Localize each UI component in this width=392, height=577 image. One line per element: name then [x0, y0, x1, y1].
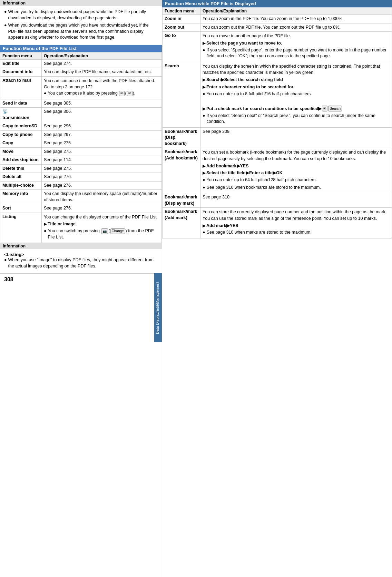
- menu-doc-info: Document info: [0, 68, 42, 77]
- search-content: You can display the screen in which the …: [203, 63, 390, 125]
- menu-zoom-out: Zoom out: [163, 23, 200, 32]
- table-row: Memory info You can display the used mem…: [0, 190, 162, 204]
- compose-icon: ✉: [127, 91, 133, 96]
- attach-bullet-text: You can compose it also by pressing ✉(✉)…: [48, 90, 136, 97]
- table-row: Add desktop icon See page 114.: [0, 156, 162, 165]
- attach-mail-content: You can compose i-mode mail with the PDF…: [44, 78, 159, 97]
- col-header-menu-2: Function menu: [163, 8, 200, 15]
- attach-line1: You can compose i-mode mail with the PDF…: [44, 78, 159, 84]
- listing-line1: You can change the displayed contents of…: [44, 214, 159, 221]
- search-button[interactable]: Search: [328, 106, 342, 111]
- table-row: Copy to phone See page 297.: [0, 130, 162, 139]
- search-bullet1-text: You can enter up to 8 full-pitch/16 half…: [207, 91, 312, 97]
- desc-doc-info: You can display the PDF file name, saved…: [42, 68, 162, 77]
- menu-delete-all: Delete all: [0, 173, 42, 182]
- table-row: Bookmark/mark(Disp.bookmark) See page 30…: [163, 127, 392, 148]
- bullet-icon: ●: [203, 229, 205, 236]
- table-row: Delete this See page 275.: [0, 164, 162, 173]
- goto-content: You can move to another page of the PDF …: [203, 33, 390, 59]
- menu-bm-add: Bookmark/mark(Add bookmark): [163, 148, 200, 193]
- search-bullet2-text: If you select "Search next" or "Search p…: [207, 113, 390, 125]
- menu-copy-microsd: Copy to microSD: [0, 122, 42, 131]
- page-number: 308: [0, 273, 154, 285]
- info-text-2: When you download the pages which you ha…: [8, 22, 158, 41]
- desc-copy-microsd: See page 296.: [42, 122, 162, 131]
- menu-bm-add-mark: Bookmark/mark(Add mark): [163, 208, 200, 238]
- col-header-op-2: Operation/Explanation: [200, 8, 392, 15]
- bm-add-line1: You can set a bookmark (i-mode bookmark)…: [203, 149, 390, 162]
- bullet-icon: ●: [203, 177, 205, 183]
- menu-edit-title: Edit title: [0, 59, 42, 68]
- menu-transmission: 📡transmission: [0, 108, 42, 122]
- menu-multiple-choice: Multiple-choice: [0, 181, 42, 190]
- bm-addmark-content: You can store the currently displayed pa…: [203, 209, 390, 236]
- bullet-icon: ●: [44, 228, 47, 234]
- arrow-icon: ▶: [203, 106, 206, 112]
- bm-add-bullet2: ● See page 310 when bookmarks are stored…: [203, 185, 390, 191]
- arrow-icon: ▶: [203, 40, 206, 46]
- desc-delete-all: See page 276.: [42, 173, 162, 182]
- bullet-icon: ●: [203, 91, 205, 97]
- table-row: Go to You can move to another page of th…: [163, 32, 392, 62]
- info-label-2: Information: [0, 243, 162, 249]
- table-row: Zoom out You can zoom out the PDF file. …: [163, 23, 392, 32]
- goto-arrow: ▶ Select the page you want to move to.: [203, 40, 390, 47]
- desc-sort: See page 276.: [42, 204, 162, 213]
- desc-zoom-out: You can zoom out the PDF file. You can z…: [200, 23, 392, 32]
- menu-bm-display-mark: Bookmark/mark(Display mark): [163, 193, 200, 208]
- arrow-icon: ▶: [203, 163, 206, 169]
- desc-listing: You can change the displayed contents of…: [42, 213, 162, 243]
- search-arrow3-text: Put a check mark for search conditions t…: [206, 106, 322, 112]
- pdf-display-table: Function menu Operation/Explanation Zoom…: [162, 7, 392, 238]
- camera-icon: 📷: [101, 228, 108, 234]
- table-row: Delete all See page 276.: [0, 173, 162, 182]
- listing-arrow-text: Title or Image: [48, 221, 76, 227]
- bm-addmark-line1: You can store the currently displayed pa…: [203, 209, 390, 222]
- goto-arrow-text: Select the page you want to move to.: [206, 40, 282, 47]
- search-bullet1: ● You can enter up to 8 full-pitch/16 ha…: [203, 91, 390, 97]
- search-line1: You can display the screen in which the …: [203, 63, 390, 76]
- desc-zoom-in: You can zoom in the PDF file. You can zo…: [200, 15, 392, 23]
- info-text-1: When you try to display undownloaded pag…: [8, 9, 158, 21]
- desc-transmission: See page 306.: [42, 108, 162, 122]
- bottom-content: 308: [0, 273, 154, 342]
- menu-search: Search: [163, 62, 200, 127]
- table-row: Copy See page 275.: [0, 139, 162, 148]
- menu-bm-disp: Bookmark/mark(Disp.bookmark): [163, 127, 200, 148]
- desc-go-to: You can move to another page of the PDF …: [200, 32, 392, 62]
- desc-edit-title: See page 274.: [42, 59, 162, 68]
- arrow-icon: ▶: [203, 170, 206, 176]
- attach-line2: Go to step 2 on page 172.: [44, 84, 159, 90]
- info-box-2: Information <Listing> ● When you use "Im…: [0, 243, 162, 273]
- search-arrow2-text: Enter a character string to be searched …: [206, 84, 294, 90]
- menu-sort: Sort: [0, 204, 42, 213]
- table-row: Move See page 275.: [0, 147, 162, 156]
- table-row: Document info You can display the PDF fi…: [0, 68, 162, 77]
- bullet-icon: ●: [4, 257, 7, 263]
- change-btn: Change: [110, 228, 125, 234]
- listing-header: <Listing>: [4, 252, 158, 257]
- table-row: Multiple-choice See page 276.: [0, 181, 162, 190]
- table-row: Bookmark/mark(Display mark) See page 310…: [163, 193, 392, 208]
- bottom-area: 308 Data Display/Edit/Management: [0, 273, 162, 342]
- info-label-1: Information: [0, 0, 162, 6]
- bm-addmark-arrow1: ▶ Add mark▶YES: [203, 223, 390, 229]
- arrow-icon: ▶: [203, 84, 206, 90]
- sidebar-label: Data Display/Edit/Management: [154, 273, 162, 342]
- bullet-icon: ●: [203, 113, 205, 119]
- table-row: 📡transmission See page 306.: [0, 108, 162, 122]
- bm-addmark-bullet: ● See page 310 when marks are stored to …: [203, 229, 390, 236]
- desc-move: See page 275.: [42, 147, 162, 156]
- bm-add-bullet1: ● You can enter up to 64 full-pitch/128 …: [203, 177, 390, 183]
- desc-memory-info: You can display the used memory space (e…: [42, 190, 162, 204]
- bullet-icon-1: ●: [4, 9, 7, 15]
- menu-move: Move: [0, 147, 42, 156]
- desc-bm-disp: See page 309.: [200, 127, 392, 148]
- menu-copy: Copy: [0, 139, 42, 148]
- listing-arrow: ▶ Title or Image: [44, 221, 159, 227]
- bm-add-arrow2-text: Select the title field▶Enter a title▶OK: [206, 170, 283, 176]
- arrow-icon: ▶: [44, 221, 47, 227]
- info-item-2: ● When you download the pages which you …: [4, 22, 158, 41]
- right-column: Function Menu while PDF File is Displaye…: [162, 0, 392, 577]
- menu-listing: Listing: [0, 213, 42, 243]
